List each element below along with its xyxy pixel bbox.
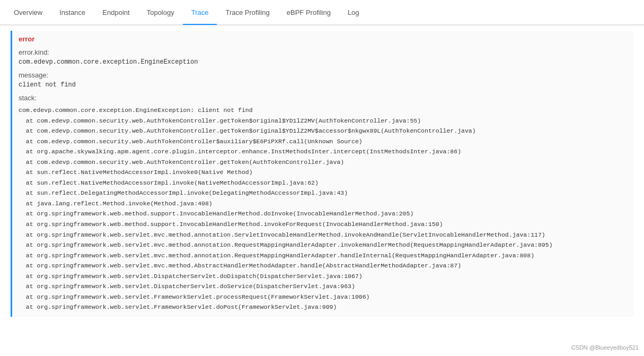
message-value: client not find	[19, 81, 627, 89]
error-kind-label: error.kind:	[19, 48, 627, 56]
error-kind-value: com.edevp.common.core.exception.EngineEx…	[19, 58, 627, 66]
error-block: error error.kind: com.edevp.common.core.…	[11, 31, 633, 317]
stack-label: stack:	[19, 94, 627, 102]
nav-item-instance[interactable]: Instance	[51, 1, 94, 25]
stack-trace: com.edevp.common.core.exception.EngineEx…	[19, 105, 627, 312]
message-label: message:	[19, 71, 627, 79]
nav-item-trace-profiling[interactable]: Trace Profiling	[217, 1, 278, 25]
nav-item-topology[interactable]: Topology	[138, 1, 183, 25]
nav-item-trace[interactable]: Trace	[183, 1, 217, 25]
nav-item-ebpf-profiling[interactable]: eBPF Profiling	[278, 1, 339, 25]
error-section-label: error	[19, 35, 627, 43]
watermark: CSDN @Blueeyedboy521	[571, 344, 639, 351]
nav-item-overview[interactable]: Overview	[5, 1, 51, 25]
nav-item-log[interactable]: Log	[339, 1, 368, 25]
nav-bar: OverviewInstanceEndpointTopologyTraceTra…	[0, 0, 644, 25]
content-area: error error.kind: com.edevp.common.core.…	[0, 25, 644, 356]
stack-section: stack: com.edevp.common.core.exception.E…	[19, 94, 627, 312]
nav-item-endpoint[interactable]: Endpoint	[94, 1, 138, 25]
